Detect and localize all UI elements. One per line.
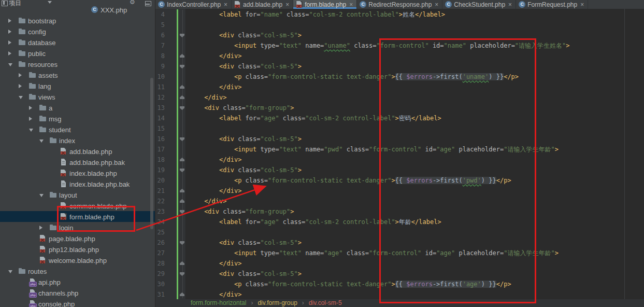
fold-end-icon[interactable] — [180, 158, 184, 161]
fold-end-icon[interactable] — [180, 85, 184, 89]
tab-indexcontroller-php[interactable]: CIndexController.php× — [155, 0, 232, 9]
code-line-17[interactable]: 17 <input type="text" name="pwd" class="… — [155, 144, 644, 155]
tree-item-lang[interactable]: lang — [0, 80, 155, 91]
code-line-20[interactable]: 20 <p class="form-control-static text-da… — [155, 175, 644, 186]
tree-item-public[interactable]: public — [0, 48, 155, 59]
chevron-collapsed-icon[interactable] — [8, 40, 11, 45]
code-line-12[interactable]: 12 </div> — [155, 92, 644, 103]
code-line-25[interactable]: 25 — [155, 227, 644, 238]
tab-add-blade-php[interactable]: add.blade.php× — [232, 0, 293, 9]
tree-item-a[interactable]: a — [0, 102, 155, 113]
fold-start-icon[interactable] — [180, 210, 184, 214]
tree-item-resources[interactable]: resources — [0, 59, 155, 69]
breadcrumb-item-div-col-sm-5[interactable]: div.col-sm-5 — [309, 299, 342, 307]
tab-redirectresponse-php[interactable]: CRedirectResponse.php× — [357, 0, 442, 9]
chevron-expanded-icon[interactable] — [39, 194, 44, 197]
chevron-expanded-icon[interactable] — [19, 96, 23, 99]
tree-item-index-blade-php[interactable]: index.blade.php — [0, 168, 155, 178]
breadcrumb-item-div-form-group[interactable]: div.form-group — [257, 299, 297, 307]
code-line-28[interactable]: 28 </div> — [155, 258, 644, 269]
tree-item-channels-php[interactable]: phpchannels.php — [0, 287, 155, 298]
tree-item-welcome-blade-php[interactable]: welcome.blade.php — [0, 255, 155, 266]
fold-start-icon[interactable] — [180, 34, 184, 37]
tree-item-common-blade-php[interactable]: common.blade.php — [0, 200, 155, 211]
close-icon[interactable]: × — [349, 2, 353, 8]
chevron-collapsed-icon[interactable] — [19, 73, 22, 77]
code-line-6[interactable]: 6 <div class="col-sm-5"> — [155, 30, 644, 40]
close-icon[interactable]: × — [224, 2, 227, 8]
tree-item-index[interactable]: index — [0, 135, 155, 146]
tree-item-layout[interactable]: layout — [0, 189, 155, 200]
fold-start-icon[interactable] — [180, 65, 184, 68]
code-line-18[interactable]: 18 </div> — [155, 155, 644, 165]
fold-end-icon[interactable] — [180, 261, 184, 265]
chevron-collapsed-icon[interactable] — [39, 226, 42, 230]
tree-item-assets[interactable]: assets — [0, 69, 155, 80]
code-line-8[interactable]: 8 </div> — [155, 51, 644, 61]
fold-start-icon[interactable] — [180, 169, 184, 172]
code-line-26[interactable]: 26 <div class="col-sm-5"> — [155, 238, 644, 248]
code-line-13[interactable]: 13 <div class="form-group"> — [155, 103, 644, 113]
code-line-10[interactable]: 10 <p class="form-control-static text-da… — [155, 72, 644, 82]
tree-item-bootstrap[interactable]: bootstrap — [0, 15, 155, 26]
code-line-30[interactable]: 30 <p class="form-control-static text-da… — [155, 279, 644, 289]
code-line-5[interactable]: 5 — [155, 20, 644, 30]
code-line-15[interactable]: 15 — [155, 123, 644, 134]
code-line-23[interactable]: 23 <div class="form-group"> — [155, 206, 644, 217]
code-line-29[interactable]: 29 <div class="col-sm-5"> — [155, 269, 644, 279]
chevron-collapsed-icon[interactable] — [29, 117, 32, 121]
tab-form-blade-php[interactable]: form.blade.php× — [293, 0, 357, 9]
fold-start-icon[interactable] — [180, 106, 184, 110]
code-line-22[interactable]: 22 </div> — [155, 196, 644, 206]
fold-start-icon[interactable] — [180, 241, 184, 245]
tree-item-views[interactable]: views — [0, 91, 155, 102]
code-line-16[interactable]: 16 <div class="col-sm-5"> — [155, 134, 644, 144]
chevron-collapsed-icon[interactable] — [8, 30, 11, 34]
code-line-21[interactable]: 21 </div> — [155, 186, 644, 196]
tree-item-student[interactable]: student — [0, 124, 155, 135]
chevron-expanded-icon[interactable] — [8, 270, 12, 273]
close-icon[interactable]: × — [508, 2, 512, 8]
code-line-24[interactable]: 24 <label for="age" class="col-sm-2 cont… — [155, 217, 644, 227]
breadcrumb-item-form-form-horizontal[interactable]: form.form-horizontal — [191, 299, 246, 307]
close-icon[interactable]: × — [580, 2, 584, 8]
code-editor[interactable]: 4 <label for="name" class="col-sm-2 cont… — [155, 9, 644, 299]
code-line-7[interactable]: 7 <input type="text" name="uname" class=… — [155, 40, 644, 51]
chevron-collapsed-icon[interactable] — [8, 19, 11, 23]
code-line-9[interactable]: 9 <div class="col-sm-5"> — [155, 61, 644, 72]
code-line-14[interactable]: 14 <label for="age" class="col-sm-2 cont… — [155, 113, 644, 123]
fold-start-icon[interactable] — [180, 272, 184, 276]
fold-end-icon[interactable] — [180, 189, 184, 192]
tab-checkstudent-php[interactable]: CCheckStudent.php× — [442, 0, 516, 9]
chevron-expanded-icon[interactable] — [39, 139, 44, 143]
chevron-collapsed-icon[interactable] — [29, 106, 32, 110]
code-line-31[interactable]: 31 </div> — [155, 289, 644, 299]
code-line-19[interactable]: 19 <div class="col-sm-5"> — [155, 165, 644, 175]
tree-item-msg[interactable]: msg — [0, 113, 155, 124]
code-line-11[interactable]: 11 </div> — [155, 82, 644, 92]
tree-item-console-php[interactable]: phpconsole.php — [0, 298, 155, 307]
chevron-expanded-icon[interactable] — [29, 129, 33, 132]
fold-end-icon[interactable] — [180, 292, 184, 296]
chevron-expanded-icon[interactable] — [8, 63, 12, 66]
code-line-27[interactable]: 27 <input type="text" name="age" class="… — [155, 248, 644, 258]
tree-item-config[interactable]: config — [0, 26, 155, 37]
tab-formrequest-php[interactable]: CFormRequest.php× — [516, 0, 588, 9]
tree-item-xxx-php[interactable]: CXXX.php — [0, 4, 155, 15]
tree-item-index-blade-php-bak[interactable]: index.blade.php.bak — [0, 178, 155, 189]
tree-item-add-blade-php-bak[interactable]: add.blade.php.bak — [0, 157, 155, 168]
tree-item-php12-blade-php[interactable]: php12.blade.php — [0, 244, 155, 255]
tree-item-add-blade-php[interactable]: add.blade.php — [0, 146, 155, 157]
fold-end-icon[interactable] — [180, 54, 184, 58]
tree-item-page-blade-php[interactable]: page.blade.php — [0, 233, 155, 244]
fold-end-icon[interactable] — [180, 199, 184, 203]
code-line-4[interactable]: 4 <label for="name" class="col-sm-2 cont… — [155, 9, 644, 20]
tree-item-login[interactable]: login — [0, 222, 155, 233]
chevron-collapsed-icon[interactable] — [8, 51, 11, 55]
tree-item-routes[interactable]: routes — [0, 266, 155, 276]
tree-item-form-blade-php[interactable]: form.blade.php — [0, 211, 155, 222]
tree-item-database[interactable]: database — [0, 37, 155, 48]
close-icon[interactable]: × — [285, 2, 289, 8]
fold-end-icon[interactable] — [180, 95, 184, 99]
chevron-collapsed-icon[interactable] — [19, 84, 22, 88]
